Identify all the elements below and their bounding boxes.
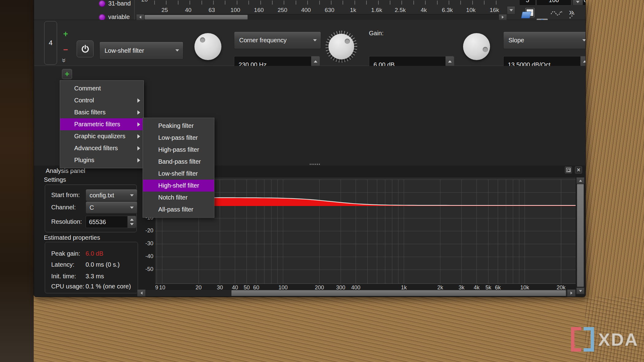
menu-item[interactable]: Graphic equalizers	[60, 130, 144, 142]
toolbar-overflow-chevrons[interactable]: »	[569, 7, 574, 17]
settings-select[interactable]: config.txt	[86, 189, 137, 201]
menu-item[interactable]: Control	[60, 94, 144, 106]
ruler-tick-label: 2.5k	[390, 7, 410, 13]
graph-vscroll-down-button[interactable]	[576, 288, 585, 294]
submenu-item[interactable]: Notch filter	[143, 192, 214, 204]
menu-item-label: Control	[74, 97, 94, 104]
slope-knob[interactable]	[463, 33, 490, 60]
frequency-knob[interactable]	[194, 33, 221, 60]
property-value: 0.0 ms (0 s.)	[86, 261, 120, 268]
close-panel-icon[interactable]: ×	[575, 166, 582, 173]
ruler-tick-label: 25	[155, 7, 174, 13]
property-label: Peak gain:	[51, 250, 80, 257]
submenu-item[interactable]: Peaking filter	[143, 120, 214, 132]
chevron-down-icon	[313, 39, 317, 41]
settings-label: Resolution:	[51, 218, 82, 225]
chevron-down-icon	[582, 39, 586, 41]
add-filter-menu: CommentControlBasic filtersParametric fi…	[60, 80, 144, 168]
settings-row: Start from:config.txt	[45, 189, 136, 201]
spin-down-icon	[130, 223, 134, 225]
settings-label: Channel:	[51, 204, 76, 211]
chevron-down-icon	[175, 49, 179, 51]
menu-item[interactable]: Basic filters	[60, 106, 144, 118]
menu-item-label: Peaking filter	[158, 122, 194, 129]
ruler-scroll-right-button[interactable]	[499, 14, 507, 20]
property-value: 6.0 dB	[86, 250, 103, 257]
analysis-wave-icon[interactable]	[550, 9, 563, 17]
ruler-dropdown-button[interactable]	[507, 6, 515, 14]
menu-item[interactable]: Plugins	[60, 154, 144, 166]
partial-field-2[interactable]: 100	[536, 0, 571, 6]
add-filter-button[interactable]: +	[62, 69, 72, 79]
menu-item-label: Graphic equalizers	[74, 133, 125, 140]
logo-left-bracket-icon	[571, 327, 581, 352]
ruler-scroll-left-button[interactable]	[136, 14, 144, 20]
power-toggle-button[interactable]	[77, 40, 94, 57]
graph-hscrollbar-thumb[interactable]	[231, 290, 566, 296]
chevron-down-icon	[130, 207, 134, 209]
splitter-handle[interactable]	[310, 164, 320, 165]
submenu-item[interactable]: All-pass filter	[143, 204, 214, 215]
property-value: 0.1 % (one core)	[86, 283, 131, 290]
ruler-tick-label: 16k	[485, 7, 504, 13]
menu-item-label: High-shelf filter	[158, 182, 199, 189]
param1-select[interactable]: Corner frequency	[234, 32, 321, 49]
settings-label: Start from:	[51, 192, 80, 199]
resize-grip-icon[interactable]	[569, 17, 571, 18]
menu-item-label: High-pass filter	[158, 146, 199, 153]
filter-type-select[interactable]: Low-shelf filter	[99, 42, 183, 59]
menu-item-label: All-pass filter	[158, 206, 193, 213]
response-graph[interactable]	[155, 177, 576, 284]
menu-item-label: Advanced filters	[74, 145, 118, 152]
response-graph-svg	[155, 177, 576, 284]
submenu-item[interactable]: Low-pass filter	[143, 132, 214, 144]
settings-select[interactable]: C	[86, 201, 137, 214]
menu-item-label: Comment	[74, 85, 101, 92]
spin-value: 65536	[89, 219, 106, 226]
graph-vscrollbar-thumb[interactable]	[577, 184, 584, 287]
insert-filter-button[interactable]: +	[61, 29, 70, 39]
submenu-arrow-icon	[137, 98, 140, 103]
partial-dropdown-button[interactable]	[573, 0, 583, 6]
graph-vscroll-up-button[interactable]	[576, 177, 585, 184]
radio-31-band[interactable]	[99, 0, 105, 7]
spinner-buttons[interactable]	[127, 216, 136, 228]
parametric-filters-submenu: Peaking filterLow-pass filterHigh-pass f…	[143, 118, 214, 218]
remove-filter-button[interactable]: −	[61, 45, 70, 55]
menu-item-label: Notch filter	[158, 194, 188, 201]
menu-item[interactable]: Advanced filters	[60, 142, 144, 154]
ruler-tick-label: 63	[202, 7, 222, 13]
submenu-item[interactable]: Low-shelf filter	[143, 168, 214, 180]
submenu-arrow-icon	[137, 146, 140, 151]
submenu-arrow-icon	[137, 158, 140, 162]
property-label: CPU usage:	[51, 283, 84, 290]
logo-right-bracket-icon	[584, 327, 594, 352]
submenu-item[interactable]: High-pass filter	[143, 144, 214, 156]
open-file-icon[interactable]	[522, 8, 533, 18]
properties-group-title: Estimated properties	[44, 234, 100, 241]
menu-item[interactable]: Comment	[60, 82, 144, 94]
properties-groupbox: Peak gain:6.0 dBLatency:0.0 ms (0 s.)Ini…	[45, 242, 138, 293]
collapse-chevron-icon[interactable]: »	[62, 56, 66, 65]
settings-row: Channel:C	[45, 201, 136, 214]
property-row: Init. time:3.3 ms	[45, 273, 138, 282]
submenu-item[interactable]: High-shelf filter	[143, 180, 214, 192]
graph-hscroll-left-button[interactable]	[137, 289, 146, 297]
gain-knob[interactable]	[328, 34, 354, 59]
param3-select[interactable]: Slope	[503, 32, 586, 49]
submenu-arrow-icon	[137, 122, 140, 127]
property-label: Latency:	[51, 261, 75, 268]
ruler-tick-label: 630	[320, 7, 339, 13]
analysis-panel-title: Analysis panel	[46, 167, 85, 174]
submenu-item[interactable]: Band-pass filter	[143, 156, 214, 168]
settings-spinbox[interactable]: 65536	[86, 216, 136, 228]
float-panel-icon[interactable]	[565, 166, 572, 173]
property-row: Latency:0.0 ms (0 s.)	[45, 261, 138, 270]
ruler-tick-label: 160	[249, 7, 269, 13]
ruler-scrollbar-thumb[interactable]	[144, 15, 248, 20]
menu-item[interactable]: Parametric filters	[60, 118, 144, 130]
partial-field-1[interactable]: 5	[519, 0, 536, 6]
y-tick-label: -30	[140, 240, 153, 247]
graph-hscroll-right-button[interactable]	[567, 289, 576, 297]
submenu-arrow-icon	[137, 134, 140, 139]
